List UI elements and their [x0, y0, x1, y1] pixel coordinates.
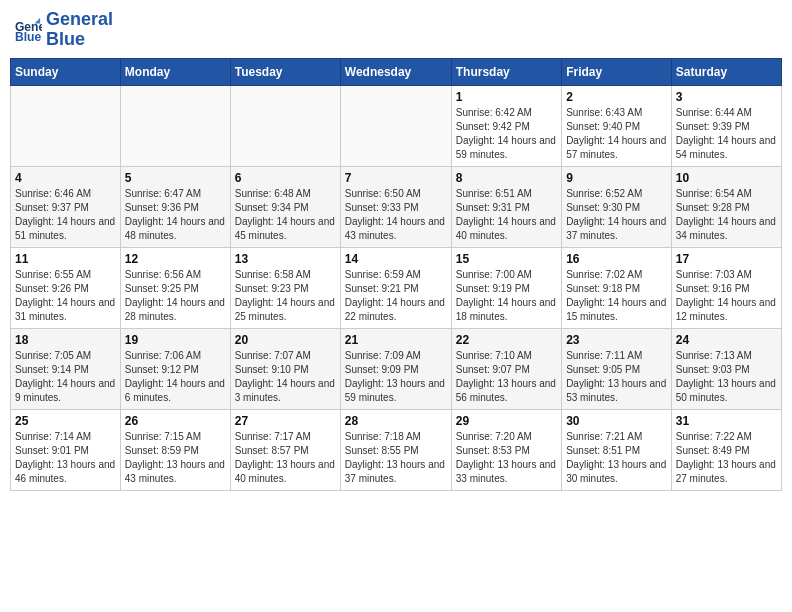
day-number: 7 [345, 171, 447, 185]
day-cell: 6Sunrise: 6:48 AMSunset: 9:34 PMDaylight… [230, 166, 340, 247]
day-info: Sunrise: 6:42 AMSunset: 9:42 PMDaylight:… [456, 106, 557, 162]
day-header-wednesday: Wednesday [340, 58, 451, 85]
day-number: 13 [235, 252, 336, 266]
day-number: 29 [456, 414, 557, 428]
day-number: 9 [566, 171, 667, 185]
day-info: Sunrise: 6:50 AMSunset: 9:33 PMDaylight:… [345, 187, 447, 243]
day-number: 1 [456, 90, 557, 104]
day-number: 30 [566, 414, 667, 428]
day-number: 11 [15, 252, 116, 266]
day-number: 5 [125, 171, 226, 185]
day-info: Sunrise: 6:52 AMSunset: 9:30 PMDaylight:… [566, 187, 667, 243]
day-cell: 3Sunrise: 6:44 AMSunset: 9:39 PMDaylight… [671, 85, 781, 166]
day-info: Sunrise: 6:55 AMSunset: 9:26 PMDaylight:… [15, 268, 116, 324]
day-info: Sunrise: 7:09 AMSunset: 9:09 PMDaylight:… [345, 349, 447, 405]
day-info: Sunrise: 6:47 AMSunset: 9:36 PMDaylight:… [125, 187, 226, 243]
day-cell: 31Sunrise: 7:22 AMSunset: 8:49 PMDayligh… [671, 409, 781, 490]
day-info: Sunrise: 6:44 AMSunset: 9:39 PMDaylight:… [676, 106, 777, 162]
day-number: 6 [235, 171, 336, 185]
day-number: 12 [125, 252, 226, 266]
calendar-table: SundayMondayTuesdayWednesdayThursdayFrid… [10, 58, 782, 491]
day-cell: 26Sunrise: 7:15 AMSunset: 8:59 PMDayligh… [120, 409, 230, 490]
week-row-2: 4Sunrise: 6:46 AMSunset: 9:37 PMDaylight… [11, 166, 782, 247]
day-header-thursday: Thursday [451, 58, 561, 85]
day-number: 26 [125, 414, 226, 428]
day-number: 28 [345, 414, 447, 428]
day-info: Sunrise: 6:54 AMSunset: 9:28 PMDaylight:… [676, 187, 777, 243]
day-header-friday: Friday [562, 58, 672, 85]
day-cell: 10Sunrise: 6:54 AMSunset: 9:28 PMDayligh… [671, 166, 781, 247]
day-number: 27 [235, 414, 336, 428]
day-cell: 9Sunrise: 6:52 AMSunset: 9:30 PMDaylight… [562, 166, 672, 247]
day-info: Sunrise: 7:02 AMSunset: 9:18 PMDaylight:… [566, 268, 667, 324]
day-cell: 16Sunrise: 7:02 AMSunset: 9:18 PMDayligh… [562, 247, 672, 328]
day-number: 14 [345, 252, 447, 266]
day-cell: 13Sunrise: 6:58 AMSunset: 9:23 PMDayligh… [230, 247, 340, 328]
day-info: Sunrise: 6:58 AMSunset: 9:23 PMDaylight:… [235, 268, 336, 324]
day-number: 20 [235, 333, 336, 347]
day-info: Sunrise: 7:11 AMSunset: 9:05 PMDaylight:… [566, 349, 667, 405]
day-cell: 2Sunrise: 6:43 AMSunset: 9:40 PMDaylight… [562, 85, 672, 166]
day-info: Sunrise: 7:00 AMSunset: 9:19 PMDaylight:… [456, 268, 557, 324]
day-info: Sunrise: 6:48 AMSunset: 9:34 PMDaylight:… [235, 187, 336, 243]
day-cell: 4Sunrise: 6:46 AMSunset: 9:37 PMDaylight… [11, 166, 121, 247]
day-cell [230, 85, 340, 166]
week-row-4: 18Sunrise: 7:05 AMSunset: 9:14 PMDayligh… [11, 328, 782, 409]
day-cell: 22Sunrise: 7:10 AMSunset: 9:07 PMDayligh… [451, 328, 561, 409]
logo-icon: General Blue [14, 16, 42, 44]
day-info: Sunrise: 7:07 AMSunset: 9:10 PMDaylight:… [235, 349, 336, 405]
day-number: 16 [566, 252, 667, 266]
day-cell: 5Sunrise: 6:47 AMSunset: 9:36 PMDaylight… [120, 166, 230, 247]
day-number: 10 [676, 171, 777, 185]
day-info: Sunrise: 6:56 AMSunset: 9:25 PMDaylight:… [125, 268, 226, 324]
day-number: 31 [676, 414, 777, 428]
day-info: Sunrise: 7:14 AMSunset: 9:01 PMDaylight:… [15, 430, 116, 486]
day-cell: 27Sunrise: 7:17 AMSunset: 8:57 PMDayligh… [230, 409, 340, 490]
day-number: 21 [345, 333, 447, 347]
day-cell: 18Sunrise: 7:05 AMSunset: 9:14 PMDayligh… [11, 328, 121, 409]
day-cell: 20Sunrise: 7:07 AMSunset: 9:10 PMDayligh… [230, 328, 340, 409]
day-cell: 11Sunrise: 6:55 AMSunset: 9:26 PMDayligh… [11, 247, 121, 328]
day-header-saturday: Saturday [671, 58, 781, 85]
day-number: 8 [456, 171, 557, 185]
week-row-1: 1Sunrise: 6:42 AMSunset: 9:42 PMDaylight… [11, 85, 782, 166]
day-number: 17 [676, 252, 777, 266]
day-cell [11, 85, 121, 166]
day-number: 19 [125, 333, 226, 347]
day-info: Sunrise: 7:17 AMSunset: 8:57 PMDaylight:… [235, 430, 336, 486]
day-number: 18 [15, 333, 116, 347]
week-row-5: 25Sunrise: 7:14 AMSunset: 9:01 PMDayligh… [11, 409, 782, 490]
page-header: General Blue General Blue [10, 10, 782, 50]
day-cell: 8Sunrise: 6:51 AMSunset: 9:31 PMDaylight… [451, 166, 561, 247]
day-number: 22 [456, 333, 557, 347]
day-number: 15 [456, 252, 557, 266]
day-number: 3 [676, 90, 777, 104]
day-info: Sunrise: 7:13 AMSunset: 9:03 PMDaylight:… [676, 349, 777, 405]
day-cell: 28Sunrise: 7:18 AMSunset: 8:55 PMDayligh… [340, 409, 451, 490]
day-info: Sunrise: 7:18 AMSunset: 8:55 PMDaylight:… [345, 430, 447, 486]
day-cell: 19Sunrise: 7:06 AMSunset: 9:12 PMDayligh… [120, 328, 230, 409]
day-cell: 24Sunrise: 7:13 AMSunset: 9:03 PMDayligh… [671, 328, 781, 409]
day-info: Sunrise: 7:20 AMSunset: 8:53 PMDaylight:… [456, 430, 557, 486]
day-info: Sunrise: 6:43 AMSunset: 9:40 PMDaylight:… [566, 106, 667, 162]
day-cell [340, 85, 451, 166]
day-header-tuesday: Tuesday [230, 58, 340, 85]
day-cell: 12Sunrise: 6:56 AMSunset: 9:25 PMDayligh… [120, 247, 230, 328]
day-header-monday: Monday [120, 58, 230, 85]
day-number: 2 [566, 90, 667, 104]
day-cell: 23Sunrise: 7:11 AMSunset: 9:05 PMDayligh… [562, 328, 672, 409]
week-row-3: 11Sunrise: 6:55 AMSunset: 9:26 PMDayligh… [11, 247, 782, 328]
day-cell: 29Sunrise: 7:20 AMSunset: 8:53 PMDayligh… [451, 409, 561, 490]
day-header-sunday: Sunday [11, 58, 121, 85]
day-info: Sunrise: 7:10 AMSunset: 9:07 PMDaylight:… [456, 349, 557, 405]
day-cell: 15Sunrise: 7:00 AMSunset: 9:19 PMDayligh… [451, 247, 561, 328]
day-cell: 25Sunrise: 7:14 AMSunset: 9:01 PMDayligh… [11, 409, 121, 490]
day-cell: 14Sunrise: 6:59 AMSunset: 9:21 PMDayligh… [340, 247, 451, 328]
day-cell [120, 85, 230, 166]
day-cell: 21Sunrise: 7:09 AMSunset: 9:09 PMDayligh… [340, 328, 451, 409]
day-info: Sunrise: 6:51 AMSunset: 9:31 PMDaylight:… [456, 187, 557, 243]
day-number: 23 [566, 333, 667, 347]
day-info: Sunrise: 7:22 AMSunset: 8:49 PMDaylight:… [676, 430, 777, 486]
day-info: Sunrise: 6:59 AMSunset: 9:21 PMDaylight:… [345, 268, 447, 324]
day-cell: 30Sunrise: 7:21 AMSunset: 8:51 PMDayligh… [562, 409, 672, 490]
